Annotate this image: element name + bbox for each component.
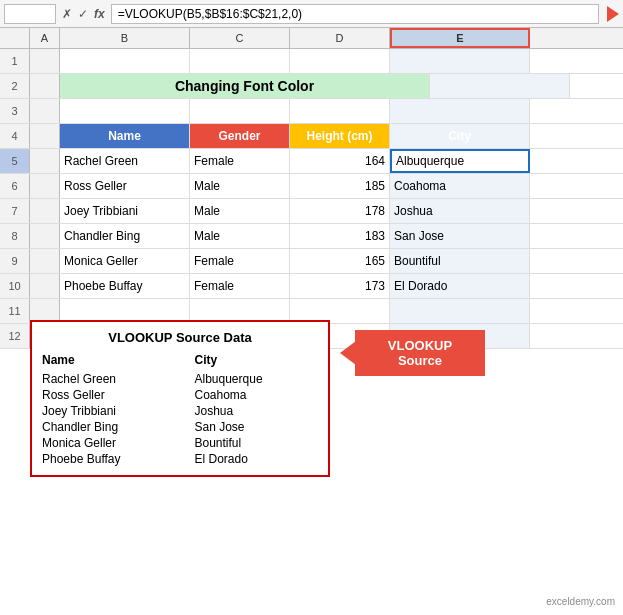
table-row: 1 [0,49,623,74]
cell-d5[interactable]: 164 [290,149,390,173]
data-gender-5: Female [194,154,234,168]
row-num-8: 8 [0,224,30,248]
cell-d9[interactable]: 165 [290,249,390,273]
data-city-9: Bountiful [394,254,441,268]
cell-d1[interactable] [290,49,390,73]
cell-c5[interactable]: Female [190,149,290,173]
col-header-b[interactable]: B [60,28,190,48]
data-city-8: San Jose [394,229,444,243]
vlookup-city-1: Coahoma [185,388,319,402]
table-row: 8 Chandler Bing Male 183 San Jose [0,224,623,249]
sheet-rows: 1 2 Changing Font Color 3 4 [0,49,623,349]
cell-a1[interactable] [30,49,60,73]
cell-c7[interactable]: Male [190,199,290,223]
cell-b3[interactable] [60,99,190,123]
header-name-label: Name [108,129,141,143]
row-num-4: 4 [0,124,30,148]
formula-input[interactable] [111,4,599,24]
cell-b6[interactable]: Ross Geller [60,174,190,198]
row-num-11: 11 [0,299,30,323]
cell-e3[interactable] [390,99,530,123]
data-city-5: Albuquerque [396,154,464,168]
cell-c8[interactable]: Male [190,224,290,248]
data-gender-7: Male [194,204,220,218]
data-height-10: 173 [365,279,385,293]
cell-b9[interactable]: Monica Geller [60,249,190,273]
vlookup-city-3: San Jose [185,420,319,434]
cell-b4-header[interactable]: Name [60,124,190,148]
formula-icons: ✗ ✓ fx [60,7,107,21]
cell-a8[interactable] [30,224,60,248]
cell-a10[interactable] [30,274,60,298]
vlookup-city-2: Joshua [185,404,319,418]
cell-d8[interactable]: 183 [290,224,390,248]
header-height-label: Height (cm) [307,129,373,143]
cell-c9[interactable]: Female [190,249,290,273]
cell-a3[interactable] [30,99,60,123]
cell-b5[interactable]: Rachel Green [60,149,190,173]
sheet-title: Changing Font Color [64,78,425,94]
cell-c10[interactable]: Female [190,274,290,298]
cell-d6[interactable]: 185 [290,174,390,198]
col-header-c[interactable]: C [190,28,290,48]
vlookup-source-box: VLOOKUP Source Data Name City Rachel Gre… [30,320,330,477]
row-num-9: 9 [0,249,30,273]
cell-d7[interactable]: 178 [290,199,390,223]
cell-b10[interactable]: Phoebe Buffay [60,274,190,298]
cancel-formula-icon[interactable]: ✗ [60,7,74,21]
cell-e2[interactable] [430,74,570,98]
col-header-d[interactable]: D [290,28,390,48]
cell-a5[interactable] [30,149,60,173]
cell-d4-header[interactable]: Height (cm) [290,124,390,148]
cell-d3[interactable] [290,99,390,123]
insert-function-icon[interactable]: fx [92,7,107,21]
cell-e9[interactable]: Bountiful [390,249,530,273]
cell-e11[interactable] [390,299,530,323]
cell-d10[interactable]: 173 [290,274,390,298]
cell-c1[interactable] [190,49,290,73]
data-gender-8: Male [194,229,220,243]
vlookup-col-name-header: Name [42,353,185,367]
cell-c3[interactable] [190,99,290,123]
cell-reference-box[interactable]: E5 [4,4,56,24]
data-name-9: Monica Geller [64,254,138,268]
cell-e6[interactable]: Coahoma [390,174,530,198]
table-row: 9 Monica Geller Female 165 Bountiful [0,249,623,274]
cell-e4-header[interactable]: City [390,124,530,148]
vlookup-box-title: VLOOKUP Source Data [42,330,318,345]
col-header-e[interactable]: E [390,28,530,48]
table-row: 5 Rachel Green Female 164 Albuquerque [0,149,623,174]
cell-a7[interactable] [30,199,60,223]
vlookup-name-2: Joey Tribbiani [42,404,185,418]
cell-e1[interactable] [390,49,530,73]
vlookup-name-0: Rachel Green [42,372,185,386]
cell-c6[interactable]: Male [190,174,290,198]
row-num-3: 3 [0,99,30,123]
cell-e5[interactable]: Albuquerque [390,149,530,173]
cell-b8[interactable]: Chandler Bing [60,224,190,248]
cell-a4[interactable] [30,124,60,148]
cell-a2[interactable] [30,74,60,98]
row-num-6: 6 [0,174,30,198]
cell-b2-title[interactable]: Changing Font Color [60,74,430,98]
confirm-formula-icon[interactable]: ✓ [76,7,90,21]
cell-c4-header[interactable]: Gender [190,124,290,148]
cell-e7[interactable]: Joshua [390,199,530,223]
cell-b7[interactable]: Joey Tribbiani [60,199,190,223]
cell-a6[interactable] [30,174,60,198]
row-num-1: 1 [0,49,30,73]
data-name-6: Ross Geller [64,179,127,193]
data-gender-10: Female [194,279,234,293]
col-header-a[interactable]: A [30,28,60,48]
data-height-7: 178 [365,204,385,218]
vlookup-city-4: Bountiful [185,436,319,450]
column-headers-row: A B C D E [0,28,623,49]
cell-e10[interactable]: El Dorado [390,274,530,298]
list-item: Chandler Bing San Jose [42,419,318,435]
cell-b1[interactable] [60,49,190,73]
vlookup-city-5: El Dorado [185,452,319,466]
list-item: Monica Geller Bountiful [42,435,318,451]
data-name-5: Rachel Green [64,154,138,168]
cell-a9[interactable] [30,249,60,273]
cell-e8[interactable]: San Jose [390,224,530,248]
